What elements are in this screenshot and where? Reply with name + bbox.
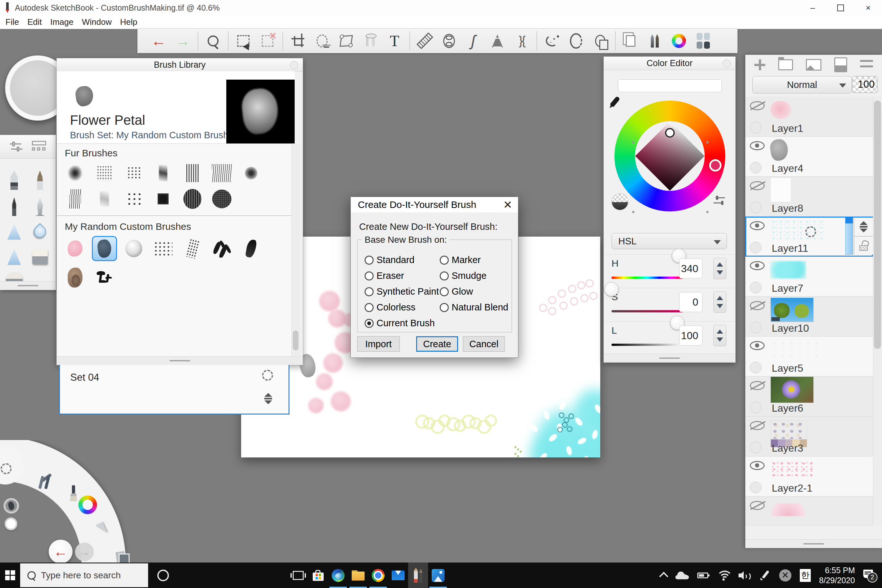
menu-item-help[interactable]: Help [116, 17, 141, 27]
ellipse-guide-icon[interactable] [440, 32, 458, 50]
brush-thumb-selected-petal[interactable] [90, 235, 119, 262]
radio-circle[interactable] [440, 272, 449, 280]
brush-thumb-stipple[interactable] [119, 159, 148, 187]
background-layer-icon[interactable] [834, 57, 847, 72]
layer-sort-button[interactable] [854, 218, 873, 237]
selected-brush-tile[interactable] [92, 236, 117, 261]
slider-knob[interactable] [604, 282, 619, 296]
radio-synthetic-paint[interactable]: Synthetic Paint [364, 286, 439, 297]
slider-track-h[interactable] [612, 277, 683, 279]
radio-circle[interactable] [440, 256, 449, 265]
eye-hidden-icon[interactable] [750, 381, 765, 390]
radio-colorless[interactable]: Colorless [364, 302, 416, 313]
collapse-button[interactable] [290, 61, 298, 69]
menu-item-image[interactable]: Image [46, 17, 78, 27]
text-icon[interactable]: T [385, 32, 404, 50]
brush-thumb-clump[interactable] [236, 159, 266, 187]
layer-row-Layer1[interactable]: Layer1 [746, 97, 873, 136]
spin-up-icon[interactable] [717, 262, 723, 267]
layer-inner-scrollbar[interactable] [845, 218, 853, 255]
brush-library-scrollbar[interactable] [291, 144, 300, 357]
slider-view-toggle-icon[interactable] [713, 196, 727, 207]
onedrive-icon[interactable] [675, 572, 689, 579]
transform-cursor-icon[interactable] [95, 520, 111, 533]
layer-color-tag[interactable] [750, 482, 761, 493]
layers-scrollbar[interactable] [873, 97, 882, 525]
paintbrush-tool[interactable] [35, 171, 45, 190]
blend-tool[interactable] [31, 223, 49, 240]
layer-color-tag[interactable] [750, 242, 761, 254]
eye-visible-icon[interactable] [750, 461, 765, 470]
taskbar-file-explorer[interactable] [348, 562, 368, 588]
layer-row-Layer3[interactable]: Layer3 [746, 417, 873, 456]
slider-spinner[interactable] [713, 291, 726, 313]
brush-thumb-speckle-trail[interactable] [178, 235, 207, 262]
stroke-icon[interactable] [543, 32, 561, 50]
perspective-icon[interactable] [488, 32, 507, 50]
brush-thumb-speckle[interactable] [90, 159, 119, 187]
ime-indicator[interactable]: 한 [800, 569, 811, 582]
transform-icon[interactable] [313, 32, 332, 50]
collapse-button[interactable] [722, 59, 731, 68]
radio-circle[interactable] [440, 303, 449, 312]
lightness-marker[interactable] [665, 128, 675, 138]
calligraphy-tool[interactable] [35, 197, 45, 216]
notification-center-icon[interactable]: 2 [863, 569, 876, 582]
layer-color-tag[interactable] [750, 162, 761, 173]
color-editor-resize-handle[interactable] [604, 354, 735, 362]
layer-row-Layer7[interactable]: Layer7 [746, 256, 873, 297]
brush-thumb-tuft[interactable] [60, 159, 90, 187]
ellipse-icon[interactable] [567, 32, 585, 50]
layer-row-Layer11[interactable]: Layer11 [746, 217, 873, 256]
airbrush-tool[interactable] [6, 224, 22, 240]
pen-settings-icon[interactable] [760, 570, 771, 581]
layer-row-Layer2-1[interactable]: Layer2-1 [746, 456, 873, 496]
task-view-button[interactable] [288, 562, 308, 588]
tray-app-icon[interactable]: ✕ [779, 569, 791, 582]
eye-visible-icon[interactable] [750, 261, 765, 270]
brush-thumb-faint-wisp[interactable] [90, 185, 119, 213]
radio-eraser[interactable]: Eraser [364, 270, 404, 281]
zoom-icon[interactable] [204, 32, 222, 50]
spin-down-icon[interactable] [717, 304, 723, 308]
color-editor-title[interactable]: Color Editor [604, 57, 735, 70]
taskbar-sketchbook[interactable] [408, 562, 428, 588]
eraser-tool[interactable] [32, 249, 48, 264]
eye-visible-icon[interactable] [750, 141, 765, 150]
crop-icon[interactable] [288, 32, 307, 50]
menu-item-window[interactable]: Window [78, 17, 116, 27]
layer-row-partial[interactable] [746, 496, 873, 525]
brush-thumb-ink-tangle[interactable] [207, 235, 236, 262]
sort-arrows-icon[interactable] [264, 393, 272, 404]
eye-visible-icon[interactable] [750, 341, 765, 350]
eye-hidden-icon[interactable] [750, 181, 765, 190]
select-icon[interactable] [234, 32, 253, 50]
brush-thumb-dot-scatter[interactable] [148, 235, 178, 262]
radio-circle[interactable] [364, 287, 374, 296]
radio-circle[interactable] [364, 319, 374, 328]
brush-puck[interactable] [3, 498, 19, 513]
layer-color-tag[interactable] [750, 282, 761, 293]
layer-color-tag[interactable] [750, 362, 761, 373]
radio-current-brush[interactable]: Current Brush [364, 318, 435, 328]
close-button[interactable]: × [854, 0, 882, 15]
slider-spinner[interactable] [713, 258, 726, 279]
slider-value[interactable]: 100 [679, 326, 702, 346]
color-mode-select[interactable]: HSL [612, 233, 727, 249]
taskbar-search[interactable]: Type here to search [20, 563, 148, 587]
eye-hidden-icon[interactable] [750, 301, 765, 310]
cancel-button[interactable]: Cancel [463, 336, 505, 352]
brush-thumb-shag[interactable] [207, 159, 236, 187]
slider-value[interactable]: 0 [679, 292, 702, 312]
layer-row-Layer6[interactable]: Layer6 [746, 376, 873, 417]
brush-thumb-white-sphere[interactable] [119, 235, 148, 262]
layer-color-tag[interactable] [750, 442, 761, 453]
brush-thumb-striped-ball[interactable] [178, 185, 207, 213]
layer-row-Layer8[interactable]: Layer8 [746, 177, 873, 217]
spin-down-icon[interactable] [717, 270, 723, 274]
create-button[interactable]: Create [416, 336, 458, 352]
brush-library-title[interactable]: Brush Library [57, 58, 303, 72]
radio-circle[interactable] [440, 287, 449, 296]
dialog-title-bar[interactable]: Create Do-It-Yourself Brush ✕ [351, 197, 518, 213]
layer-color-tag[interactable] [750, 402, 761, 413]
